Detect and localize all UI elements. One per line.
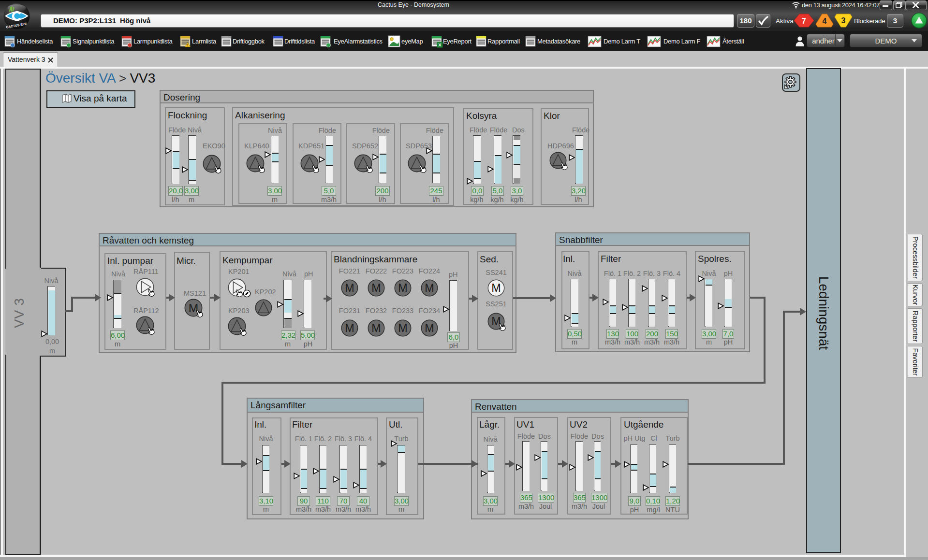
svg-text:3: 3 bbox=[841, 16, 846, 25]
svg-text:7: 7 bbox=[802, 17, 806, 25]
svg-text:!: ! bbox=[187, 43, 188, 47]
svg-text:4: 4 bbox=[823, 17, 827, 25]
svg-text:X: X bbox=[438, 42, 442, 47]
svg-text:M: M bbox=[371, 322, 381, 334]
svg-text:M: M bbox=[425, 322, 434, 334]
svg-text:M: M bbox=[345, 322, 354, 334]
svg-text:M: M bbox=[491, 282, 501, 294]
svg-text:M: M bbox=[345, 282, 354, 294]
svg-text:M: M bbox=[425, 282, 434, 294]
svg-text:M: M bbox=[398, 282, 408, 294]
svg-text:M: M bbox=[371, 282, 381, 294]
svg-text:M: M bbox=[398, 322, 408, 334]
